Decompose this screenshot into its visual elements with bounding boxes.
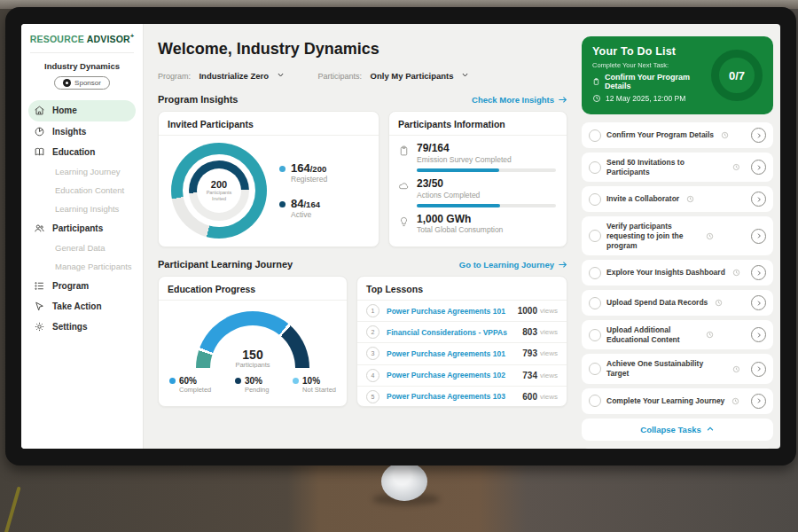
- task-achieve-sustainability-target[interactable]: Achieve One Sustainability Target: [582, 354, 773, 383]
- chevron-down-icon[interactable]: [461, 71, 469, 79]
- recent-news-card: Recent News: [582, 448, 773, 449]
- monitor-bezel: RESOURCE ADVISOR+ Industry Dynamics Spon…: [5, 7, 796, 466]
- task-checkbox[interactable]: [589, 267, 601, 279]
- lesson-rank: 5: [366, 390, 379, 403]
- dashboard-screen: RESOURCE ADVISOR+ Industry Dynamics Spon…: [21, 24, 780, 449]
- legend-registered: 164/200 Registered: [279, 162, 327, 184]
- app-logo: RESOURCE ADVISOR+: [21, 33, 143, 44]
- task-complete-learning-journey[interactable]: Complete Your Learning Journey: [582, 388, 773, 414]
- participants-filter-label: Participants:: [318, 72, 363, 81]
- lesson-link[interactable]: Power Purchase Agreements 102: [387, 371, 522, 379]
- registered-dot-icon: [279, 166, 286, 172]
- chevron-right-icon[interactable]: [751, 160, 766, 175]
- task-confirm-program-details[interactable]: Confirm Your Program Details: [582, 122, 773, 148]
- collapse-tasks-button[interactable]: Collapse Tasks: [582, 419, 773, 441]
- task-upload-educational-content[interactable]: Upload Additional Educational Content: [582, 320, 773, 349]
- chevron-right-icon[interactable]: [751, 229, 766, 244]
- sidebar-item-education-content[interactable]: Education Content: [21, 181, 143, 200]
- pending-clock-icon: [715, 299, 723, 307]
- task-list: Confirm Your Program Details Send 50 Inv…: [582, 122, 773, 441]
- sponsor-icon: [63, 79, 71, 87]
- task-checkbox[interactable]: [589, 363, 601, 375]
- task-checkbox[interactable]: [589, 395, 601, 407]
- lesson-link[interactable]: Financial Considerations - VPPAs: [387, 328, 522, 337]
- task-checkbox[interactable]: [589, 297, 601, 309]
- pending-clock-icon: [721, 131, 729, 139]
- task-checkbox[interactable]: [589, 161, 601, 174]
- not-started-dot-icon: [293, 378, 299, 384]
- list-icon: [34, 280, 45, 292]
- chevron-right-icon[interactable]: [751, 394, 766, 409]
- active-dot-icon: [279, 201, 286, 207]
- chevron-down-icon[interactable]: [277, 71, 285, 79]
- legend-completed: 60% Completed: [169, 376, 211, 394]
- pending-clock-icon: [732, 397, 739, 405]
- task-send-invitations[interactable]: Send 50 Invitations to Participants: [582, 153, 773, 182]
- sponsor-badge[interactable]: Sponsor: [54, 76, 110, 90]
- program-insights-title: Program Insights: [158, 94, 238, 105]
- task-invite-collaborator[interactable]: Invite a Collaborator: [582, 186, 773, 212]
- sidebar-item-learning-journey[interactable]: Learning Journey: [21, 162, 143, 181]
- lesson-row: 4 Power Purchase Agreements 102 734 view…: [357, 365, 567, 387]
- task-checkbox[interactable]: [589, 230, 601, 242]
- sidebar-nav: Home Insights Education Learning Journey…: [21, 100, 143, 337]
- sponsor-label: Sponsor: [74, 79, 101, 87]
- lesson-link[interactable]: Power Purchase Agreements 103: [387, 392, 522, 401]
- legend-active: 84/164 Active: [279, 198, 327, 219]
- page-title: Welcome, Industry Dynamics: [158, 40, 567, 59]
- participants-filter[interactable]: Participants: Only My Participants: [318, 66, 469, 82]
- cloud-icon: [398, 180, 410, 192]
- chevron-right-icon[interactable]: [751, 128, 766, 143]
- home-icon: [34, 105, 45, 116]
- legend-not-started: 10% Not Started: [293, 376, 336, 394]
- sidebar-item-learning-insights[interactable]: Learning Insights: [21, 200, 143, 218]
- sidebar-item-general-data[interactable]: General Data: [21, 239, 143, 257]
- pending-clock-icon: [706, 331, 714, 339]
- lesson-rank: 1: [366, 304, 379, 317]
- task-checkbox[interactable]: [589, 193, 601, 206]
- sidebar-item-manage-participants[interactable]: Manage Participants: [21, 257, 143, 276]
- cursor-action-icon: [34, 301, 45, 312]
- chevron-right-icon[interactable]: [751, 295, 766, 310]
- task-checkbox[interactable]: [589, 129, 601, 142]
- task-explore-insights[interactable]: Explore Your Insights Dashboard: [582, 260, 773, 286]
- task-checkbox[interactable]: [589, 329, 601, 341]
- program-filter[interactable]: Program: Industrialize Zero: [158, 66, 285, 82]
- participants-information-card: Participants Information 79/164 Emission…: [388, 111, 567, 247]
- lesson-rank: 2: [366, 325, 379, 339]
- chevron-right-icon[interactable]: [751, 362, 766, 377]
- task-upload-spend-data[interactable]: Upload Spend Data Records: [582, 290, 773, 316]
- go-to-learning-journey-link[interactable]: Go to Learning Journey: [459, 260, 567, 270]
- sidebar-item-settings[interactable]: Settings: [21, 317, 143, 337]
- learning-journey-header: Participant Learning Journey Go to Learn…: [158, 259, 567, 270]
- chevron-up-icon: [706, 425, 715, 434]
- invited-card-title: Invited Participants: [159, 112, 379, 136]
- pending-clock-icon: [732, 269, 740, 277]
- sidebar-item-insights[interactable]: Insights: [21, 121, 143, 142]
- education-card-title: Education Progress: [159, 277, 347, 301]
- sidebar-item-home[interactable]: Home: [28, 100, 136, 121]
- task-verify-participants[interactable]: Verify participants requesting to join t…: [582, 216, 773, 255]
- sidebar-item-education[interactable]: Education: [21, 142, 143, 162]
- todo-summary-card: Your To Do List Complete Your Next Task:…: [582, 36, 773, 114]
- chevron-right-icon[interactable]: [751, 265, 766, 280]
- lesson-link[interactable]: Power Purchase Agreements 101: [387, 307, 518, 316]
- sidebar-item-program[interactable]: Program: [21, 276, 143, 296]
- arrow-right-icon: [558, 95, 567, 105]
- clipboard-icon: [398, 145, 410, 157]
- lesson-link[interactable]: Power Purchase Agreements 101: [387, 349, 522, 358]
- donut-center-label: Participants Invited: [201, 190, 237, 202]
- learning-journey-title: Participant Learning Journey: [158, 259, 293, 270]
- sidebar-item-participants[interactable]: Participants: [21, 218, 143, 239]
- invited-legend: 164/200 Registered 84/164 Active: [279, 162, 327, 220]
- chevron-right-icon[interactable]: [751, 327, 766, 342]
- participants-filter-value: Only My Participants: [371, 71, 454, 81]
- pending-dot-icon: [235, 378, 241, 384]
- sidebar-item-take-action[interactable]: Take Action: [21, 296, 143, 317]
- program-filter-value: Industrialize Zero: [199, 71, 269, 81]
- insights-cards-row: Invited Participants 200 Participants In…: [158, 111, 567, 247]
- check-more-insights-link[interactable]: Check More Insights: [472, 95, 567, 105]
- education-progress-card: Education Progress 150 Participants 60% …: [158, 276, 348, 407]
- chevron-right-icon[interactable]: [751, 192, 766, 207]
- lesson-row: 2 Financial Considerations - VPPAs 803 v…: [357, 322, 567, 343]
